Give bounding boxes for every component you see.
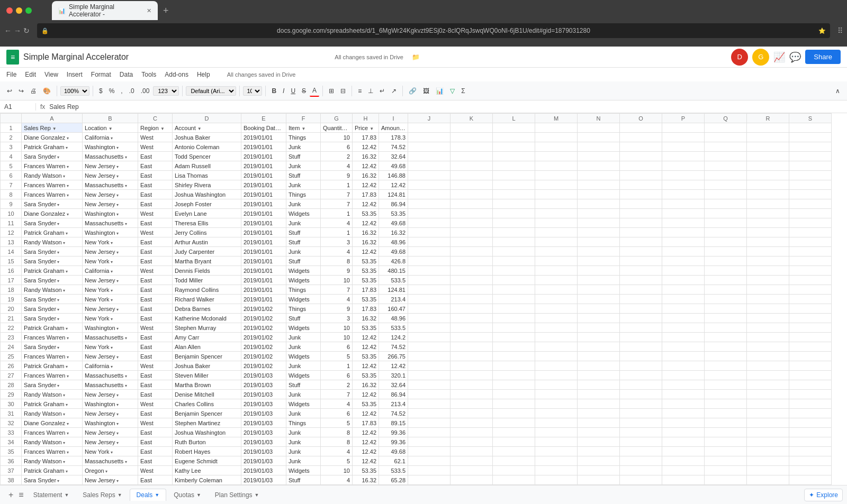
zoom-selector[interactable]: 100% xyxy=(60,86,89,96)
cell-quantity-35[interactable]: 4 xyxy=(321,447,353,456)
cell-booking-date-23[interactable]: 2019/01/02 xyxy=(241,333,286,342)
share-button[interactable]: Share xyxy=(805,50,841,64)
empty-cell-18-18[interactable] xyxy=(789,285,832,295)
empty-cell-38-10[interactable] xyxy=(450,475,493,485)
cell-sales-rep-23[interactable]: Frances Warren ▾ xyxy=(22,333,83,342)
empty-cell-20-15[interactable] xyxy=(662,304,705,314)
cell-region-26[interactable]: West xyxy=(138,361,173,371)
empty-cell-5-9[interactable] xyxy=(408,161,450,171)
currency-button[interactable]: $ xyxy=(96,86,105,96)
cell-item-18[interactable]: Things xyxy=(286,285,321,295)
image-button[interactable]: 🖼 xyxy=(420,86,432,96)
empty-cell-28-17[interactable] xyxy=(747,380,789,390)
cell-booking-date-15[interactable]: 2019/01/01 xyxy=(241,256,286,266)
empty-cell-25-17[interactable] xyxy=(747,352,789,361)
empty-cell-31-14[interactable] xyxy=(620,409,662,418)
empty-cell-26-10[interactable] xyxy=(450,361,493,371)
empty-cell-38-17[interactable] xyxy=(747,475,789,485)
empty-cell-25-15[interactable] xyxy=(662,352,705,361)
col-header-r[interactable]: R xyxy=(747,114,789,123)
cell-price-21[interactable]: 16.32 xyxy=(353,314,379,323)
cell-region-12[interactable]: West xyxy=(138,228,173,237)
cell-price-20[interactable]: 17.83 xyxy=(353,304,379,314)
cell-amount-12[interactable]: 16.32 xyxy=(379,228,408,237)
empty-cell-28-14[interactable] xyxy=(620,380,662,390)
cell-item-38[interactable]: Stuff xyxy=(286,475,321,485)
empty-cell-16-14[interactable] xyxy=(620,266,662,276)
borders-button[interactable]: ⊞ xyxy=(326,86,337,96)
empty-cell-24-18[interactable] xyxy=(789,342,832,352)
cell-item-16[interactable]: Widgets xyxy=(286,266,321,276)
empty-cell-28-18[interactable] xyxy=(789,380,832,390)
empty-cell-19-13[interactable] xyxy=(578,295,620,304)
cell-location-10[interactable]: Washington ▾ xyxy=(83,209,138,218)
cell-price-9[interactable]: 12.42 xyxy=(353,199,379,209)
empty-cell-15-9[interactable] xyxy=(408,256,450,266)
empty-cell-23-16[interactable] xyxy=(705,333,747,342)
chart-button[interactable]: 📊 xyxy=(433,86,446,96)
cell-location-36[interactable]: Massachusetts ▾ xyxy=(83,456,138,466)
cell-price-19[interactable]: 53.35 xyxy=(353,295,379,304)
empty-cell-13-14[interactable] xyxy=(620,237,662,247)
empty-cell-36-16[interactable] xyxy=(705,456,747,466)
empty-cell-33-11[interactable] xyxy=(493,428,535,437)
empty-cell-36-11[interactable] xyxy=(493,456,535,466)
cell-booking-date-34[interactable]: 2019/01/03 xyxy=(241,437,286,447)
empty-cell-27-12[interactable] xyxy=(535,371,578,380)
cell-amount-21[interactable]: 48.96 xyxy=(379,314,408,323)
cell-amount-29[interactable]: 86.94 xyxy=(379,390,408,399)
empty-cell-26-16[interactable] xyxy=(705,361,747,371)
empty-cell-37-11[interactable] xyxy=(493,466,535,475)
empty-cell-30-14[interactable] xyxy=(620,399,662,409)
empty-cell-24-12[interactable] xyxy=(535,342,578,352)
empty-cell-27-16[interactable] xyxy=(705,371,747,380)
empty-cell-8-16[interactable] xyxy=(705,190,747,199)
cell-account-2[interactable]: Joshua Baker xyxy=(173,133,241,142)
empty-cell-23-9[interactable] xyxy=(408,333,450,342)
header-amount[interactable]: Amount ▼ xyxy=(379,123,408,133)
empty-cell-36-10[interactable] xyxy=(450,456,493,466)
cell-account-11[interactable]: Theresa Ellis xyxy=(173,218,241,228)
empty-cell-5-14[interactable] xyxy=(620,161,662,171)
cell-account-30[interactable]: Charles Collins xyxy=(173,399,241,409)
empty-cell-10-16[interactable] xyxy=(705,209,747,218)
cell-location-29[interactable]: New Jersey ▾ xyxy=(83,390,138,399)
empty-cell-38-14[interactable] xyxy=(620,475,662,485)
cell-region-34[interactable]: East xyxy=(138,437,173,447)
empty-cell-34-9[interactable] xyxy=(408,437,450,447)
empty-cell-19-17[interactable] xyxy=(747,295,789,304)
cell-item-28[interactable]: Stuff xyxy=(286,380,321,390)
col-header-s[interactable]: S xyxy=(789,114,832,123)
empty-cell-35-11[interactable] xyxy=(493,447,535,456)
document-title[interactable]: Simple Marginal Accelerator xyxy=(23,52,326,62)
empty-cell-38-12[interactable] xyxy=(535,475,578,485)
cell-amount-35[interactable]: 49.68 xyxy=(379,447,408,456)
empty-cell-13-10[interactable] xyxy=(450,237,493,247)
empty-cell-26-18[interactable] xyxy=(789,361,832,371)
header-region[interactable]: Region ▼ xyxy=(138,123,173,133)
empty-cell-17-10[interactable] xyxy=(450,276,493,285)
empty-cell-35-18[interactable] xyxy=(789,447,832,456)
empty-cell-5-11[interactable] xyxy=(493,161,535,171)
col-header-a[interactable]: A xyxy=(22,114,83,123)
empty-cell-25-12[interactable] xyxy=(535,352,578,361)
empty-cell-24-14[interactable] xyxy=(620,342,662,352)
refresh-button[interactable]: ↻ xyxy=(23,26,30,35)
cell-booking-date-25[interactable]: 2019/01/02 xyxy=(241,352,286,361)
cell-amount-22[interactable]: 533.5 xyxy=(379,323,408,333)
cell-region-32[interactable]: West xyxy=(138,418,173,428)
cell-item-10[interactable]: Widgets xyxy=(286,209,321,218)
empty-cell-38-9[interactable] xyxy=(408,475,450,485)
cell-location-4[interactable]: Massachusetts ▾ xyxy=(83,152,138,161)
empty-cell-26-15[interactable] xyxy=(662,361,705,371)
cell-quantity-8[interactable]: 7 xyxy=(321,190,353,199)
cell-booking-date-28[interactable]: 2019/01/03 xyxy=(241,380,286,390)
functions-button[interactable]: Σ xyxy=(458,86,467,96)
cell-price-8[interactable]: 17.83 xyxy=(353,190,379,199)
empty-cell-21-16[interactable] xyxy=(705,314,747,323)
empty-cell-36-13[interactable] xyxy=(578,456,620,466)
empty-cell-33-14[interactable] xyxy=(620,428,662,437)
empty-cell-20-14[interactable] xyxy=(620,304,662,314)
cell-sales-rep-28[interactable]: Sara Snyder ▾ xyxy=(22,380,83,390)
user-avatar-2[interactable]: G xyxy=(752,49,769,66)
